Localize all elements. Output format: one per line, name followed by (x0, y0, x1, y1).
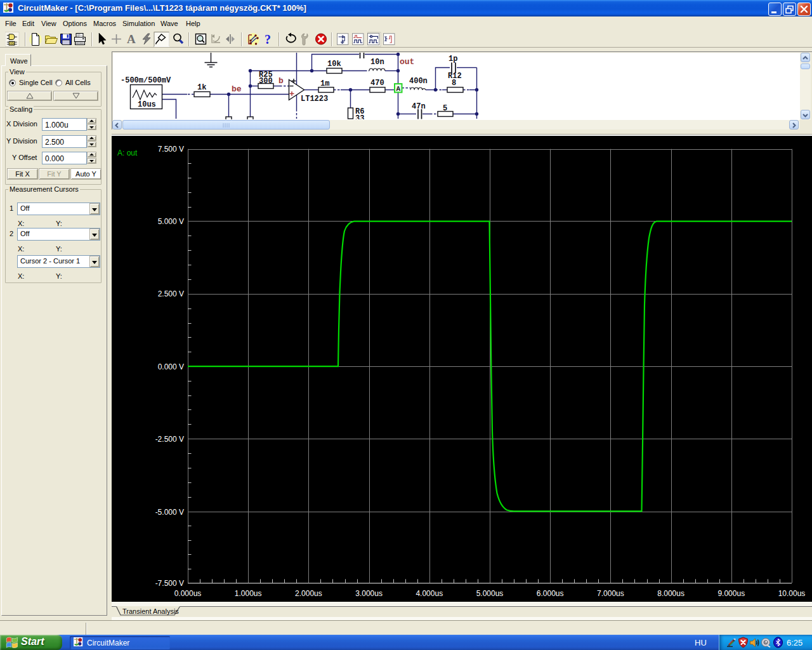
svg-text:A: out: A: out (117, 149, 138, 157)
svg-text:0.000us: 0.000us (174, 589, 202, 598)
svg-text:out: out (400, 57, 414, 67)
svg-text:?: ? (265, 32, 271, 46)
svg-text:b: b (278, 76, 284, 86)
svg-text:1k: 1k (197, 83, 206, 92)
svg-text:10.00us: 10.00us (778, 589, 806, 598)
svg-text:7.500 V: 7.500 V (158, 145, 184, 154)
svg-text:-500m/500mV: -500m/500mV (121, 76, 171, 85)
svg-text:2.000us: 2.000us (295, 589, 322, 598)
svg-text:470: 470 (370, 79, 384, 88)
svg-text:1m: 1m (320, 79, 329, 88)
svg-text:33: 33 (355, 114, 364, 119)
svg-text:3.000us: 3.000us (355, 589, 383, 598)
svg-text:7.000us: 7.000us (597, 589, 624, 598)
svg-text:10n: 10n (370, 58, 384, 67)
svg-text:6.000us: 6.000us (537, 589, 564, 598)
svg-text:300: 300 (259, 77, 273, 86)
svg-text:10us: 10us (138, 100, 156, 109)
svg-text:5: 5 (443, 104, 447, 113)
svg-text:8: 8 (452, 79, 456, 88)
svg-text:5.000 V: 5.000 V (158, 217, 184, 226)
svg-text:9.000us: 9.000us (717, 589, 745, 598)
svg-text:Transient Analysis: Transient Analysis (122, 607, 179, 615)
svg-text:4.000us: 4.000us (416, 589, 443, 598)
svg-text:10k: 10k (327, 60, 341, 69)
svg-text:1.000us: 1.000us (235, 589, 262, 598)
svg-text:A: A (396, 85, 401, 93)
svg-text:8.000us: 8.000us (657, 589, 684, 598)
svg-text:2.500 V: 2.500 V (158, 289, 184, 298)
svg-text:-7.500 V: -7.500 V (155, 579, 184, 588)
svg-text:0.000 V: 0.000 V (158, 362, 184, 371)
svg-text:400n: 400n (409, 77, 428, 86)
svg-text:-2.500 V: -2.500 V (155, 435, 184, 444)
svg-text:be: be (232, 84, 242, 94)
svg-text:LT1223: LT1223 (301, 95, 328, 103)
svg-text:-5.000 V: -5.000 V (155, 508, 184, 517)
svg-text:47n: 47n (412, 102, 426, 111)
svg-text:1p: 1p (449, 55, 457, 63)
svg-text:5.000us: 5.000us (476, 589, 504, 598)
svg-text:A: A (127, 32, 136, 46)
